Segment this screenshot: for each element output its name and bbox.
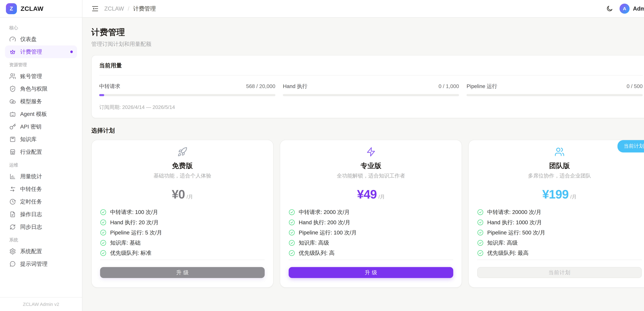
sidebar-item-gauge[interactable]: 仪表盘 — [5, 33, 77, 46]
plan-feature-text: Hand 执行: 200 次/月 — [299, 219, 350, 226]
sidebar-item-crown[interactable]: 计费管理 — [5, 46, 77, 58]
sidebar-section-label: 资源管理 — [5, 58, 77, 70]
plan-feature: 中转请求: 20000 次/月 — [477, 208, 642, 216]
plan-card: 当前计划团队版多席位协作，适合企业团队¥199/月中转请求: 20000 次/月… — [468, 140, 644, 288]
plan-feature: 知识库: 高级 — [289, 239, 453, 246]
plan-description: 全功能解锁，适合知识工作者 — [289, 172, 453, 179]
plan-features: 中转请求: 100 次/月Hand 执行: 20 次/月Pipeline 运行:… — [100, 208, 265, 259]
plan-feature: Hand 执行: 200 次/月 — [289, 219, 453, 226]
moon-icon — [606, 5, 613, 12]
sidebar: Z ZCLAW 核心仪表盘计费管理资源管理账号管理角色与权限模型服务Agent … — [0, 0, 82, 311]
meter-label: 中转请求 — [99, 83, 120, 90]
sidebar-item-shield[interactable]: 角色与权限 — [5, 83, 77, 95]
price-unit: /月 — [378, 193, 385, 200]
sidebar-item-bot[interactable]: Agent 模板 — [5, 108, 77, 120]
check-icon — [477, 250, 484, 256]
breadcrumb-current: 计费管理 — [133, 5, 156, 13]
sidebar-item-label: 操作日志 — [20, 211, 42, 218]
breadcrumb: ZCLAW / 计费管理 — [104, 5, 156, 13]
sidebar-item-key[interactable]: API 密钥 — [5, 120, 77, 133]
sidebar-item-store[interactable]: 行业配置 — [5, 146, 77, 158]
usage-meter: Hand 执行 0 / 1,000 — [283, 83, 459, 96]
sidebar-section-label: 运维 — [5, 158, 77, 170]
price-amount: ¥199 — [542, 187, 568, 201]
sidebar-item-chat[interactable]: 提示词管理 — [5, 258, 77, 270]
plan-feature-text: 优先级队列: 最高 — [487, 249, 528, 257]
sidebar-item-label: 同步日志 — [20, 223, 42, 231]
check-icon — [100, 209, 106, 215]
sidebar-item-book[interactable]: 知识库 — [5, 133, 77, 146]
plan-feature: Pipeline 运行: 100 次/月 — [289, 229, 453, 236]
breadcrumb-separator: / — [128, 6, 129, 12]
breadcrumb-root[interactable]: ZCLAW — [104, 6, 124, 12]
plan-feature-text: 知识库: 高级 — [299, 239, 329, 246]
gauge-icon — [9, 36, 16, 43]
sidebar-item-label: Agent 模板 — [20, 110, 47, 118]
plan-price: ¥199/月 — [477, 187, 642, 201]
meter-value: 0 / 500 — [626, 83, 643, 89]
sidebar-item-label: API 密钥 — [20, 123, 42, 130]
plan-name: 团队版 — [477, 161, 642, 171]
check-icon — [289, 240, 295, 246]
sidebar-item-swap[interactable]: 中转任务 — [5, 183, 77, 195]
user-menu[interactable]: A Admin — [620, 4, 644, 14]
plan-feature: 优先级队列: 标准 — [100, 249, 265, 257]
current-plan-button: 当前计划 — [477, 267, 642, 278]
upgrade-button[interactable]: 升级 — [100, 267, 265, 278]
cloud-icon — [9, 98, 16, 105]
bot-icon — [9, 111, 16, 117]
check-icon — [100, 229, 106, 236]
subscription-period: 订阅周期: 2026/4/14 — 2026/5/14 — [99, 97, 642, 118]
check-icon — [100, 240, 106, 246]
plan-feature: 知识库: 基础 — [100, 239, 265, 246]
logo-icon: Z — [6, 3, 17, 14]
top-header: ZCLAW / 计费管理 A Admin — [82, 0, 644, 18]
check-icon — [100, 250, 106, 256]
sidebar-item-label: 用量统计 — [20, 173, 42, 180]
current-usage-card: 当前用量 中转请求 568 / 20,000 Hand 执行 0 / 1,000… — [91, 55, 644, 118]
plan-description: 多席位协作，适合企业团队 — [477, 172, 642, 179]
plans-grid: 免费版基础功能，适合个人体验¥0/月中转请求: 100 次/月Hand 执行: … — [91, 140, 644, 288]
plan-feature-text: Pipeline 运行: 5 次/月 — [110, 229, 162, 236]
plan-icon — [477, 147, 642, 157]
file-icon — [9, 211, 16, 218]
plan-feature: 中转请求: 100 次/月 — [100, 208, 265, 216]
sidebar-item-label: 系统配置 — [20, 248, 42, 255]
plan-feature: 优先级队列: 最高 — [477, 249, 642, 257]
sidebar-footer-version: ZCLAW Admin v2 — [0, 297, 82, 311]
crown-icon — [9, 49, 16, 55]
sidebar-item-users[interactable]: 账号管理 — [5, 70, 77, 83]
check-icon — [477, 240, 484, 246]
price-amount: ¥49 — [357, 187, 377, 201]
chat-icon — [9, 261, 16, 267]
sidebar-item-gear[interactable]: 系统配置 — [5, 245, 77, 258]
upgrade-button[interactable]: 升级 — [289, 267, 453, 278]
meter-progressbar — [466, 94, 642, 96]
theme-toggle-button[interactable] — [606, 5, 614, 13]
check-icon — [289, 219, 295, 225]
sidebar-section-label: 核心 — [5, 21, 77, 33]
plan-feature: 知识库: 高级 — [477, 239, 642, 246]
plan-description: 基础功能，适合个人体验 — [100, 172, 265, 179]
check-icon — [289, 209, 295, 215]
plan-price: ¥49/月 — [289, 187, 453, 201]
plan-price: ¥0/月 — [100, 187, 265, 201]
sidebar-item-cloud[interactable]: 模型服务 — [5, 95, 77, 108]
plan-divider — [100, 259, 265, 260]
plan-feature: Hand 执行: 1000 次/月 — [477, 219, 642, 226]
sidebar-nav: 核心仪表盘计费管理资源管理账号管理角色与权限模型服务Agent 模板API 密钥… — [0, 18, 82, 297]
sidebar-item-sync[interactable]: 同步日志 — [5, 221, 77, 233]
plan-feature-text: Pipeline 运行: 100 次/月 — [299, 229, 357, 236]
sidebar-item-file[interactable]: 操作日志 — [5, 208, 77, 221]
sidebar-item-chart[interactable]: 用量统计 — [5, 170, 77, 183]
sidebar-item-timer[interactable]: 定时任务 — [5, 195, 77, 208]
check-icon — [100, 219, 106, 225]
zap-icon — [366, 147, 376, 157]
plan-feature-text: 优先级队列: 高 — [299, 249, 334, 257]
chart-icon — [9, 173, 16, 180]
meter-progressbar — [283, 94, 459, 96]
sidebar-collapse-button[interactable] — [91, 5, 99, 13]
meter-label: Pipeline 运行 — [466, 83, 497, 90]
plan-feature-text: 优先级队列: 标准 — [110, 249, 152, 257]
plan-feature-text: Hand 执行: 1000 次/月 — [487, 219, 542, 226]
